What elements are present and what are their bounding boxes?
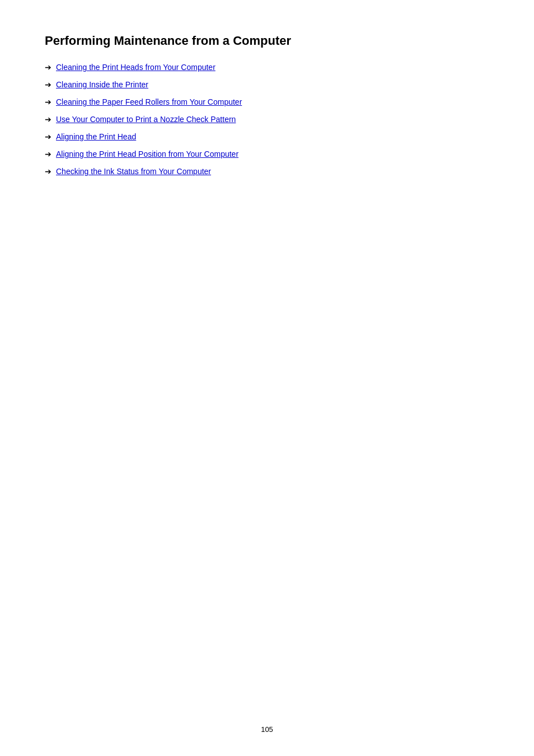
link-aligning-print-head[interactable]: Aligning the Print Head <box>56 131 136 143</box>
link-aligning-print-head-position[interactable]: Aligning the Print Head Position from Yo… <box>56 148 238 160</box>
link-list: ➔ Cleaning the Print Heads from Your Com… <box>45 62 489 178</box>
list-item: ➔ Checking the Ink Status from Your Comp… <box>45 166 489 178</box>
link-checking-ink-status[interactable]: Checking the Ink Status from Your Comput… <box>56 166 211 178</box>
list-item: ➔ Cleaning the Print Heads from Your Com… <box>45 62 489 73</box>
arrow-icon: ➔ <box>45 148 51 160</box>
link-nozzle-check-pattern[interactable]: Use Your Computer to Print a Nozzle Chec… <box>56 114 236 125</box>
page-content: Performing Maintenance from a Computer ➔… <box>0 0 534 217</box>
list-item: ➔ Cleaning the Paper Feed Rollers from Y… <box>45 96 489 108</box>
list-item: ➔ Use Your Computer to Print a Nozzle Ch… <box>45 114 489 125</box>
arrow-icon: ➔ <box>45 131 51 143</box>
link-cleaning-inside-printer[interactable]: Cleaning Inside the Printer <box>56 79 148 91</box>
arrow-icon: ➔ <box>45 114 51 125</box>
list-item: ➔ Aligning the Print Head <box>45 131 489 143</box>
arrow-icon: ➔ <box>45 166 51 178</box>
link-cleaning-paper-feed-rollers[interactable]: Cleaning the Paper Feed Rollers from You… <box>56 96 242 108</box>
list-item: ➔ Cleaning Inside the Printer <box>45 79 489 91</box>
page-number: 105 <box>261 725 273 734</box>
list-item: ➔ Aligning the Print Head Position from … <box>45 148 489 160</box>
arrow-icon: ➔ <box>45 96 51 108</box>
link-cleaning-print-heads[interactable]: Cleaning the Print Heads from Your Compu… <box>56 62 216 73</box>
page-title: Performing Maintenance from a Computer <box>45 34 489 48</box>
arrow-icon: ➔ <box>45 79 51 91</box>
arrow-icon: ➔ <box>45 62 51 73</box>
